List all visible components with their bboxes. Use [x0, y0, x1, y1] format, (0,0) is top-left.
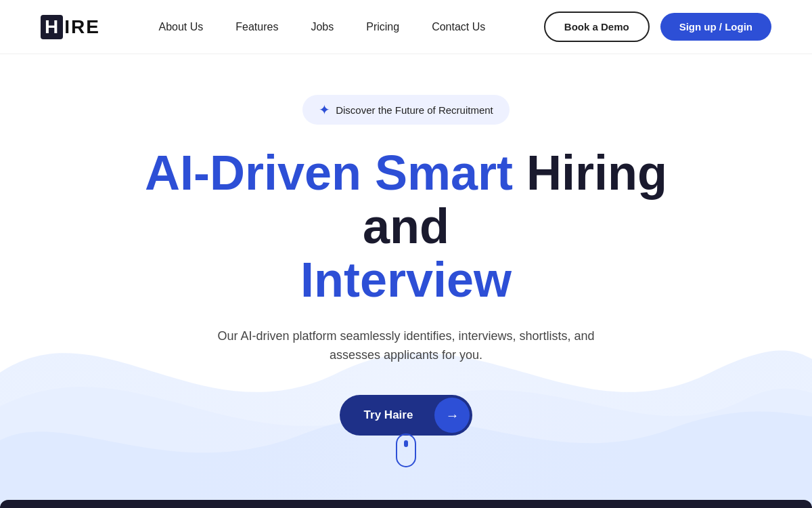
logo-box: H [41, 15, 63, 39]
dark-bottom-bar [0, 500, 812, 508]
nav-links: About Us Features Jobs Pricing Contact U… [158, 21, 485, 33]
navbar: HIRE About Us Features Jobs Pricing Cont… [0, 0, 812, 54]
hero-badge: ✦ Discover the Future of Recruitment [302, 95, 510, 125]
hero-title-part3: Interview [300, 253, 512, 307]
hero-title-part1: AI-Driven Smart [145, 146, 526, 200]
nav-jobs[interactable]: Jobs [311, 21, 334, 33]
scroll-mouse-icon [396, 433, 416, 467]
nav-pricing[interactable]: Pricing [366, 21, 399, 33]
logo-text: IRE [64, 16, 100, 38]
try-haire-button[interactable]: Try Haire → [340, 395, 473, 436]
book-demo-button[interactable]: Book a Demo [544, 12, 650, 42]
logo[interactable]: HIRE [41, 15, 100, 39]
nav-contact[interactable]: Contact Us [432, 21, 485, 33]
hero-subtitle: Our AI-driven platform seamlessly identi… [203, 326, 609, 366]
badge-text: Discover the Future of Recruitment [336, 104, 493, 116]
sparkle-icon: ✦ [319, 102, 330, 118]
nav-about[interactable]: About Us [158, 21, 203, 33]
try-haire-label: Try Haire [340, 398, 432, 433]
hero-section: ✦ Discover the Future of Recruitment AI-… [0, 54, 812, 508]
hero-title: AI-Driven Smart Hiring and Interview [129, 146, 683, 308]
scroll-dot [404, 440, 408, 447]
scroll-indicator [396, 433, 416, 467]
arrow-right-icon: → [434, 398, 470, 433]
nav-actions: Book a Demo Sign up / Login [544, 12, 771, 42]
signup-button[interactable]: Sign up / Login [660, 13, 771, 41]
nav-features[interactable]: Features [235, 21, 278, 33]
